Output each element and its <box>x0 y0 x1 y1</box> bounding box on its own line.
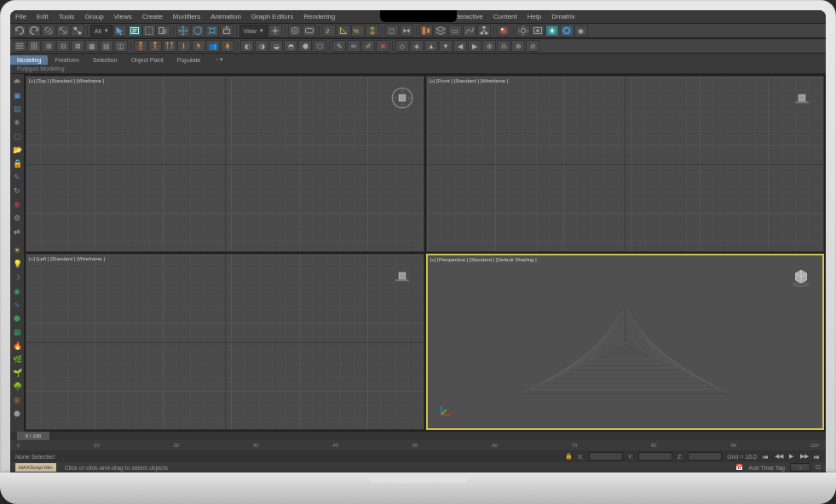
lock-icon[interactable]: 🔒 <box>11 158 23 169</box>
biped-6-icon[interactable]: 👥 <box>206 40 220 52</box>
fire-icon[interactable]: 🔥 <box>11 340 23 352</box>
viewcube-front-icon[interactable] <box>791 87 813 109</box>
goto-end-icon[interactable]: ⏭ <box>813 453 821 461</box>
menu-group[interactable]: Group <box>84 13 103 20</box>
brush-1-icon[interactable]: ✎ <box>332 40 346 52</box>
layer-icon[interactable] <box>434 25 447 37</box>
biped-1-icon[interactable] <box>134 40 147 52</box>
edit-icon[interactable]: ✎ <box>11 171 23 183</box>
sun-icon[interactable]: ☀ <box>11 244 23 256</box>
biped-4-icon[interactable]: 🚶 <box>177 40 191 52</box>
graphite-6-icon[interactable]: ▦ <box>85 40 99 52</box>
biped-5-icon[interactable]: 🏃 <box>192 40 205 52</box>
graphite-1-icon[interactable] <box>13 40 26 52</box>
bind-icon[interactable] <box>71 25 84 37</box>
menu-views[interactable]: Views <box>114 13 132 20</box>
viewport-left[interactable]: [+] [Left ] [Standard ] [Wireframe ] <box>26 254 424 430</box>
rotate-icon[interactable] <box>191 25 205 37</box>
placement-icon[interactable] <box>220 25 234 37</box>
curve-editor-icon[interactable] <box>463 25 476 37</box>
helper-10-icon[interactable]: ⊘ <box>526 40 539 52</box>
unlink-icon[interactable] <box>56 25 70 37</box>
helper-9-icon[interactable]: ⊗ <box>511 40 525 52</box>
menu-tools[interactable]: Tools <box>59 13 75 20</box>
redo-icon[interactable] <box>27 25 41 37</box>
pivot-icon[interactable] <box>268 25 282 37</box>
ribbon-tab-populate[interactable]: Populate <box>170 55 208 65</box>
extras-4-icon[interactable]: ◓ <box>284 40 297 52</box>
helper-8-icon[interactable]: ⊖ <box>497 40 510 52</box>
select-region-icon[interactable] <box>142 25 156 37</box>
helper-6-icon[interactable]: ▶ <box>468 40 481 52</box>
helper-1-icon[interactable]: ◇ <box>395 40 409 52</box>
helper-5-icon[interactable]: ◀ <box>453 40 467 52</box>
snap-2d-icon[interactable]: 2 <box>322 25 336 37</box>
viewport-front-label[interactable]: [+] [Front ] [Standard ] [Wireframe ] <box>430 78 509 83</box>
schematic-view-icon[interactable] <box>477 25 491 37</box>
snap-percent-icon[interactable]: % <box>351 25 365 37</box>
settings-icon[interactable]: ⚙ <box>11 212 23 224</box>
extras-1-icon[interactable]: ◐ <box>240 40 254 52</box>
viewport-front[interactable]: [+] [Front ] [Standard ] [Wireframe ] <box>426 76 825 252</box>
viewcube-perspective-icon[interactable] <box>790 266 812 288</box>
time-tag-icon[interactable]: 📅 <box>735 464 743 471</box>
ribbon-tab-objectpaint[interactable]: Object Paint <box>124 55 170 65</box>
moon-icon[interactable]: ☽ <box>11 272 23 284</box>
goto-start-icon[interactable]: ⏮ <box>762 453 770 461</box>
render-frame-icon[interactable] <box>531 25 545 37</box>
map-icon[interactable]: ⬢ <box>11 312 23 324</box>
open-autodesk-icon[interactable]: ◉ <box>574 25 588 37</box>
box-icon[interactable]: ▢ <box>11 130 23 142</box>
prev-frame-icon[interactable]: ◀◀ <box>775 453 782 461</box>
extras-3-icon[interactable]: ◒ <box>269 40 283 52</box>
graphite-3-icon[interactable]: ⊞ <box>42 40 55 52</box>
biped-7-icon[interactable]: 🧍 <box>221 40 234 52</box>
extras-2-icon[interactable]: ◑ <box>255 40 268 52</box>
helper-4-icon[interactable]: ▼ <box>439 40 453 52</box>
x-input[interactable] <box>589 452 623 461</box>
brush-3-icon[interactable]: ✐ <box>361 40 375 52</box>
tree-icon[interactable]: 🌳 <box>11 381 23 392</box>
viewport-perspective[interactable]: [+] [Perspective ] [Standard ] [Default … <box>426 254 825 430</box>
toggle-ribbon-icon[interactable]: ▭ <box>448 25 462 37</box>
rock-icon[interactable]: ⬣ <box>11 408 23 420</box>
extras-5-icon[interactable]: ⬢ <box>298 40 312 52</box>
lock-selection-icon[interactable]: 🔒 <box>565 453 573 460</box>
material-editor-icon[interactable] <box>497 25 510 37</box>
light-icon[interactable]: 💡 <box>11 258 23 270</box>
contain-2-icon[interactable]: ▤ <box>11 103 23 115</box>
viewcube-top-icon[interactable] <box>391 87 413 109</box>
grass-icon[interactable]: 🌿 <box>11 353 23 365</box>
manipulate-icon[interactable] <box>288 25 302 37</box>
extras-6-icon[interactable]: ⬡ <box>313 40 326 52</box>
menu-grapheditors[interactable]: Graph Editors <box>251 13 293 20</box>
select-icon[interactable] <box>113 25 127 37</box>
named-set-icon[interactable]: ▢ <box>385 25 399 37</box>
menu-help[interactable]: Help <box>528 13 541 20</box>
menu-file[interactable]: File <box>15 13 26 20</box>
spline-icon[interactable]: ∿ <box>11 299 23 311</box>
time-slider[interactable]: 0 / 100 <box>10 432 826 440</box>
graphite-2-icon[interactable] <box>27 40 41 52</box>
keyboard-shortcut-icon[interactable] <box>303 25 316 37</box>
next-frame-icon[interactable]: ▶▶ <box>800 453 808 461</box>
brush-4-icon[interactable]: ✖ <box>376 40 389 52</box>
viewport-perspective-label[interactable]: [+] [Perspective ] [Standard ] [Default … <box>430 257 537 262</box>
spinner-snap-icon[interactable] <box>366 25 379 37</box>
isolate-icon[interactable]: ⊡ <box>816 464 821 471</box>
selection-filter-dropdown[interactable]: All▾ <box>90 25 112 37</box>
helper-2-icon[interactable]: ◈ <box>410 40 424 52</box>
menu-content[interactable]: Content <box>493 13 517 20</box>
menu-rendering[interactable]: Rendering <box>303 13 335 20</box>
viewport-top[interactable]: [+] [Top ] [Standard ] [Wireframe ] <box>26 76 424 252</box>
viewcube-left-icon[interactable] <box>391 265 413 287</box>
target-icon[interactable]: ⊕ <box>11 198 23 210</box>
texture-icon[interactable]: ▦ <box>11 326 23 338</box>
undo-icon[interactable] <box>13 25 26 37</box>
move-icon[interactable] <box>176 25 190 37</box>
scale-icon[interactable] <box>205 25 219 37</box>
window-crossing-icon[interactable] <box>157 25 170 37</box>
struct-icon[interactable]: ⊞ <box>11 394 23 406</box>
refresh-icon[interactable]: ↻ <box>11 185 23 197</box>
menu-create[interactable]: Create <box>142 13 163 20</box>
